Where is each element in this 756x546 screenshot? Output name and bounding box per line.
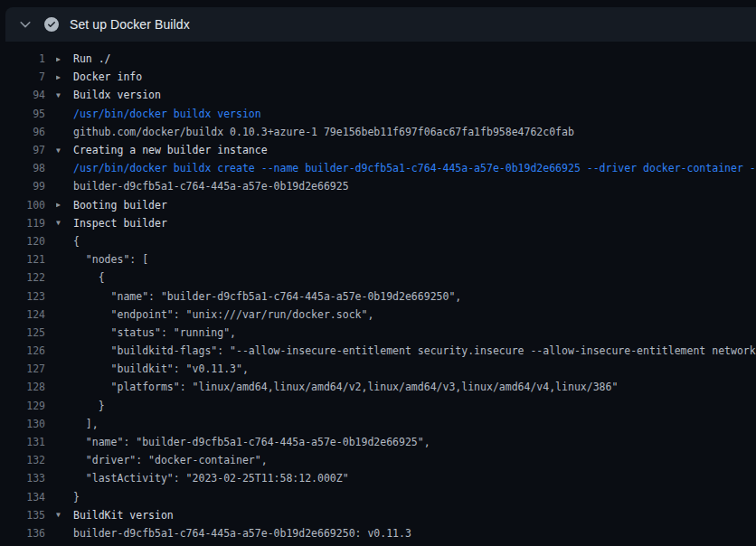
log-line[interactable]: 1▶Run ./ xyxy=(0,50,756,68)
log-line: 98/usr/bin/docker buildx create --name b… xyxy=(0,159,756,177)
log-text-line: builder-d9cfb5a1-c764-445a-a57e-0b19d2e6… xyxy=(56,180,756,193)
line-text: "buildkitd-flags": "--allow-insecure-ent… xyxy=(73,344,756,357)
line-number[interactable]: 7 xyxy=(0,71,45,83)
line-number[interactable]: 97 xyxy=(0,144,45,156)
log-line: 122 { xyxy=(0,268,756,287)
log-group-header[interactable]: ▼Buildx version xyxy=(56,89,756,101)
line-text: Docker info xyxy=(73,71,142,83)
line-text: } xyxy=(73,491,80,504)
line-text: /usr/bin/docker buildx create --name bui… xyxy=(73,162,756,174)
line-text: Booting builder xyxy=(73,199,167,212)
line-text: Creating a new builder instance xyxy=(73,144,268,156)
line-number[interactable]: 123 xyxy=(0,290,45,303)
log-text-line: "platforms": "linux/amd64,linux/amd64/v2… xyxy=(56,381,756,393)
line-text: } xyxy=(73,400,105,412)
log-group-header[interactable]: ▼Creating a new builder instance xyxy=(56,144,756,156)
log-line: 95/usr/bin/docker buildx version xyxy=(0,105,756,123)
line-text: "endpoint": "unix:///var/run/docker.sock… xyxy=(73,308,373,321)
log-line: 123 "name": "builder-d9cfb5a1-c764-445a-… xyxy=(0,287,756,305)
log-group-header[interactable]: ▶Docker info xyxy=(56,71,756,83)
line-text: "name": "builder-d9cfb5a1-c764-445a-a57e… xyxy=(73,290,461,303)
line-text: Run ./ xyxy=(73,52,111,65)
line-number[interactable]: 98 xyxy=(0,162,45,174)
line-text: "driver": "docker-container", xyxy=(73,454,268,466)
line-number[interactable]: 132 xyxy=(0,454,45,466)
log-text-line: "name": "builder-d9cfb5a1-c764-445a-a57e… xyxy=(56,290,756,303)
line-number[interactable]: 133 xyxy=(0,472,45,485)
line-number[interactable]: 134 xyxy=(0,491,45,504)
log-text-line: } xyxy=(56,491,756,504)
line-number[interactable]: 129 xyxy=(0,400,45,412)
log-text-line: "nodes": [ xyxy=(56,253,756,266)
log-line: 128 "platforms": "linux/amd64,linux/amd6… xyxy=(0,378,756,396)
log-line[interactable]: 7▶Docker info xyxy=(0,68,756,86)
log-line[interactable]: 135▼BuildKit version xyxy=(0,506,756,524)
log-text-line: "driver": "docker-container", xyxy=(56,454,756,466)
line-number[interactable]: 131 xyxy=(0,436,45,448)
log-line: 132 "driver": "docker-container", xyxy=(0,451,756,469)
line-number[interactable]: 130 xyxy=(0,418,45,430)
line-text: { xyxy=(73,235,80,248)
triangle-down-icon[interactable]: ▼ xyxy=(56,146,73,155)
line-number[interactable]: 121 xyxy=(0,253,45,266)
triangle-right-icon[interactable]: ▶ xyxy=(56,73,73,81)
line-number[interactable]: 127 xyxy=(0,362,45,375)
line-number[interactable]: 100 xyxy=(0,199,45,212)
line-number[interactable]: 99 xyxy=(0,180,45,193)
check-circle-icon xyxy=(44,17,59,32)
line-number[interactable]: 122 xyxy=(0,271,45,284)
log-text-line: { xyxy=(56,235,756,248)
log-group-header[interactable]: ▶Run ./ xyxy=(56,52,756,65)
log-line: 120{ xyxy=(0,232,756,250)
step-header[interactable]: Set up Docker Buildx xyxy=(5,7,756,42)
line-number[interactable]: 95 xyxy=(0,108,45,120)
log-line[interactable]: 94▼Buildx version xyxy=(0,86,756,104)
line-number[interactable]: 120 xyxy=(0,235,45,248)
line-number[interactable]: 96 xyxy=(0,126,45,138)
log-text-line: builder-d9cfb5a1-c764-445a-a57e-0b19d2e6… xyxy=(56,527,756,540)
triangle-right-icon[interactable]: ▶ xyxy=(56,201,73,209)
line-text: "name": "builder-d9cfb5a1-c764-445a-a57e… xyxy=(73,436,430,448)
line-text: "lastActivity": "2023-02-25T11:58:12.000… xyxy=(73,472,349,485)
chevron-down-icon[interactable] xyxy=(18,17,33,32)
log-group-header[interactable]: ▶Booting builder xyxy=(56,199,756,212)
line-text: BuildKit version xyxy=(73,509,174,522)
log-line: 136builder-d9cfb5a1-c764-445a-a57e-0b19d… xyxy=(0,524,756,542)
log-line[interactable]: 97▼Creating a new builder instance xyxy=(0,141,756,159)
log-text-line: /usr/bin/docker buildx create --name bui… xyxy=(56,162,756,174)
triangle-down-icon[interactable]: ▼ xyxy=(56,219,73,227)
line-text: github.com/docker/buildx 0.10.3+azure-1 … xyxy=(73,126,574,138)
line-text: { xyxy=(73,271,105,284)
line-number[interactable]: 126 xyxy=(0,344,45,357)
log-line: 131 "name": "builder-d9cfb5a1-c764-445a-… xyxy=(0,433,756,451)
triangle-right-icon[interactable]: ▶ xyxy=(56,55,73,63)
log-text-line: "name": "builder-d9cfb5a1-c764-445a-a57e… xyxy=(56,436,756,448)
line-number[interactable]: 124 xyxy=(0,308,45,321)
line-number[interactable]: 1 xyxy=(0,52,45,65)
log-lines: 1▶Run ./7▶Docker info94▼Buildx version95… xyxy=(0,42,756,546)
line-number[interactable]: 125 xyxy=(0,326,45,339)
log-group-header[interactable]: ▼Inspect builder xyxy=(56,217,756,230)
line-number[interactable]: 135 xyxy=(0,509,45,522)
log-line: 134} xyxy=(0,488,756,506)
line-text: builder-d9cfb5a1-c764-445a-a57e-0b19d2e6… xyxy=(73,527,411,540)
log-line[interactable]: 119▼Inspect builder xyxy=(0,214,756,232)
log-line: 126 "buildkitd-flags": "--allow-insecure… xyxy=(0,342,756,360)
triangle-down-icon[interactable]: ▼ xyxy=(56,511,73,519)
log-line: 127 "buildkit": "v0.11.3", xyxy=(0,360,756,378)
log-text-line: "buildkit": "v0.11.3", xyxy=(56,362,756,375)
log-line: 124 "endpoint": "unix:///var/run/docker.… xyxy=(0,306,756,324)
line-number[interactable]: 94 xyxy=(0,89,45,101)
line-number[interactable]: 119 xyxy=(0,217,45,230)
triangle-down-icon[interactable]: ▼ xyxy=(56,91,73,99)
line-number[interactable]: 128 xyxy=(0,381,45,393)
log-line[interactable]: 100▶Booting builder xyxy=(0,196,756,214)
line-text: "status": "running", xyxy=(73,326,236,339)
line-number[interactable]: 136 xyxy=(0,527,45,540)
log-text-line: /usr/bin/docker buildx version xyxy=(56,108,756,120)
log-group-header[interactable]: ▼BuildKit version xyxy=(56,509,756,522)
log-line: 96github.com/docker/buildx 0.10.3+azure-… xyxy=(0,123,756,141)
log-line: 125 "status": "running", xyxy=(0,324,756,342)
log-text-line: "endpoint": "unix:///var/run/docker.sock… xyxy=(56,308,756,321)
line-text: "buildkit": "v0.11.3", xyxy=(73,362,249,375)
